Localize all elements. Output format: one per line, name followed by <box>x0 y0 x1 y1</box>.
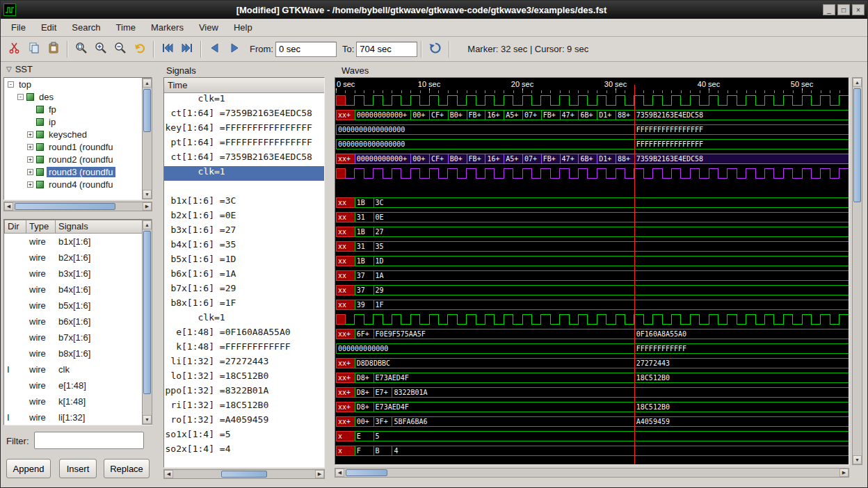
zoom-out-button[interactable] <box>111 40 130 59</box>
wave-row-b5x16[interactable]: xx1B1D <box>336 254 849 268</box>
replace-button[interactable]: Replace <box>104 459 150 478</box>
waves-vertical-scrollbar[interactable]: ▲ ▼ <box>852 77 862 465</box>
from-input[interactable] <box>275 42 337 57</box>
wave-row-ri132[interactable]: xx+D8+E73AED4F18C512B0 <box>336 400 849 414</box>
signals-horizontal-scrollbar[interactable]: ◀ ▶ <box>163 469 325 479</box>
signal-table-row[interactable]: wireb4x[1:6] <box>4 282 152 298</box>
signal-list-row[interactable]: b3x[1:6] =27 <box>164 225 324 239</box>
column-header-signals[interactable]: Signals <box>56 220 152 234</box>
tree-node[interactable]: +keysched <box>4 128 152 140</box>
copy-button[interactable] <box>24 40 44 59</box>
signal-table-row[interactable]: Iwireli[1:32] <box>4 409 152 425</box>
wave-row-ppo132[interactable]: xx+D8+E7+8322B01A <box>336 385 849 400</box>
wave-row-key164[interactable]: 0000000000000000FFFFFFFFFFFFFFFF <box>336 122 849 137</box>
signal-list-row[interactable]: key[1:64] =FFFFFFFFFFFFFFFF <box>164 122 324 137</box>
wave-row-ct164[interactable]: xx+00000000000+00+CF+B0+FB+16+A5+07+FB+4… <box>336 152 849 166</box>
expand-icon[interactable]: + <box>27 156 33 163</box>
signal-list-row[interactable]: b2x[1:6] =0E <box>164 210 324 225</box>
scrollbar-thumb[interactable] <box>853 88 861 202</box>
minimize-button[interactable]: _ <box>823 4 835 15</box>
wave-row-lo132[interactable]: xx+D8+E73AED4F18C512B0 <box>336 371 849 385</box>
signal-list-row[interactable]: b8x[1:6] =1F <box>164 298 324 312</box>
signal-search-table[interactable]: Dir Type Signals wireb1x[1:6]wireb2x[1:6… <box>3 219 152 425</box>
tree-node-label[interactable]: round3 (roundfu <box>47 167 115 177</box>
time-header[interactable]: Time <box>164 78 324 93</box>
shift-left-button[interactable] <box>205 40 225 59</box>
menu-edit[interactable]: Edit <box>33 19 64 35</box>
scroll-up-icon[interactable]: ▲ <box>853 78 862 87</box>
menu-view[interactable]: View <box>191 19 226 35</box>
tree-node-label[interactable]: round2 (roundfu <box>47 154 115 165</box>
wave-row-so2x14[interactable]: xFB4 <box>336 444 849 458</box>
timeline[interactable]: 0 sec10 sec20 sec30 sec40 sec50 sec <box>336 79 849 93</box>
filter-input[interactable] <box>34 432 144 449</box>
table-vertical-scrollbar[interactable]: ▲ ▼ <box>142 220 152 425</box>
menu-file[interactable]: File <box>3 19 33 35</box>
wave-row-clk[interactable] <box>336 93 849 108</box>
tree-node-label[interactable]: top <box>17 79 33 90</box>
signal-table-row[interactable]: wireb8x[1:6] <box>4 345 152 361</box>
scroll-left-icon[interactable]: ◀ <box>164 470 173 478</box>
scroll-right-icon[interactable]: ▶ <box>143 202 152 211</box>
expand-icon[interactable]: + <box>27 181 33 188</box>
signal-list-row[interactable]: ct[1:64] =7359B2163E4EDC58 <box>164 108 324 122</box>
wave-row-b2x16[interactable]: xx310E <box>336 210 849 225</box>
zoom-to-end-button[interactable] <box>177 40 197 59</box>
wave-row-b3x16[interactable]: xx1B27 <box>336 225 849 239</box>
wave-row-so1x14[interactable]: xE5 <box>336 429 849 444</box>
signal-table-row[interactable]: wireb7x[1:6] <box>4 330 152 345</box>
tree-node-label[interactable]: ip <box>47 117 58 127</box>
signal-table-row[interactable]: wireb2x[1:6] <box>4 250 152 266</box>
tree-vertical-scrollbar[interactable]: ▲ ▼ <box>142 78 152 200</box>
signal-list-row[interactable]: pt[1:64] =FFFFFFFFFFFFFFFF <box>164 137 324 152</box>
signal-list-row[interactable] <box>164 181 324 195</box>
signal-table-row[interactable]: wireb3x[1:6] <box>4 266 152 282</box>
signal-table-row[interactable]: Iwireclk <box>4 361 152 377</box>
expand-icon[interactable]: + <box>27 169 33 175</box>
wave-row-b1x16[interactable]: xx1B3C <box>336 195 849 210</box>
signal-list-row[interactable]: ct[1:64] =7359B2163E4EDC58 <box>164 152 324 166</box>
zoom-undo-button[interactable] <box>130 40 150 59</box>
signal-list-row[interactable]: so2x[1:4] =4 <box>164 444 324 458</box>
wave-row-pt164[interactable]: 0000000000000000FFFFFFFFFFFFFFFF <box>336 137 849 152</box>
signal-list-row[interactable]: clk=1 <box>164 93 324 108</box>
expand-icon[interactable]: + <box>27 144 33 150</box>
scroll-right-icon[interactable]: ▶ <box>839 469 849 477</box>
wave-row-b7x16[interactable]: xx3729 <box>336 283 849 298</box>
scroll-down-icon[interactable]: ▼ <box>143 415 152 424</box>
signal-list-row[interactable]: so1x[1:4] =5 <box>164 429 324 444</box>
append-button[interactable]: Append <box>6 459 51 478</box>
scroll-down-icon[interactable]: ▼ <box>853 455 862 464</box>
signal-list-row[interactable]: b7x[1:6] =29 <box>164 283 324 298</box>
signal-list-row[interactable]: lo[1:32] =18C512B0 <box>164 371 324 385</box>
tree-node-label[interactable]: fp <box>47 104 58 115</box>
tree-node[interactable]: -des <box>4 90 152 103</box>
signal-list-row[interactable]: b1x[1:6] =3C <box>164 195 324 210</box>
wave-display[interactable]: 0 sec10 sec20 sec30 sec40 sec50 sec xx+0… <box>335 77 849 465</box>
wave-row-clk[interactable] <box>336 312 849 327</box>
signal-list-row[interactable]: b6x[1:6] =1A <box>164 268 324 283</box>
signal-list-row[interactable]: ro[1:32] =A4059459 <box>164 414 324 429</box>
titlebar[interactable]: [Modified] GTKWave - /home/bybell/gtkwav… <box>1 1 867 19</box>
wave-row-b8x16[interactable]: xx391F <box>336 298 849 312</box>
scroll-left-icon[interactable]: ◀ <box>4 202 13 211</box>
scroll-left-icon[interactable]: ◀ <box>335 469 344 477</box>
primary-marker-line[interactable] <box>634 85 635 464</box>
close-button[interactable]: × <box>852 4 865 15</box>
signals-list[interactable]: Time clk=1ct[1:64] =7359B2163E4EDC58key[… <box>163 77 325 468</box>
signal-list-row[interactable]: k[1:48] =FFFFFFFFFFFF <box>164 341 324 356</box>
maximize-button[interactable]: □ <box>837 4 850 15</box>
column-header-type[interactable]: Type <box>26 220 56 234</box>
wave-row-ro132[interactable]: xx+00+3F+5BFA6BA6A4059459 <box>336 414 849 429</box>
signal-list-row[interactable]: ppo[1:32] =8322B01A <box>164 385 324 400</box>
paste-button[interactable] <box>44 40 63 59</box>
waves-horizontal-scrollbar[interactable]: ◀ ▶ <box>335 468 849 478</box>
to-input[interactable] <box>356 42 417 57</box>
scrollbar-thumb[interactable] <box>15 203 115 210</box>
tree-node[interactable]: +round2 (roundfu <box>4 153 152 165</box>
menu-help[interactable]: Help <box>226 19 260 35</box>
signal-list-row[interactable]: clk=1 <box>164 312 324 327</box>
wave-row-ct164[interactable]: xx+00000000000+00+CF+B0+FB+16+A5+07+FB+4… <box>336 108 849 122</box>
wave-row-k148[interactable]: 000000000000FFFFFFFFFFFF <box>336 341 849 356</box>
tree-node-label[interactable]: round1 (roundfu <box>47 142 115 152</box>
